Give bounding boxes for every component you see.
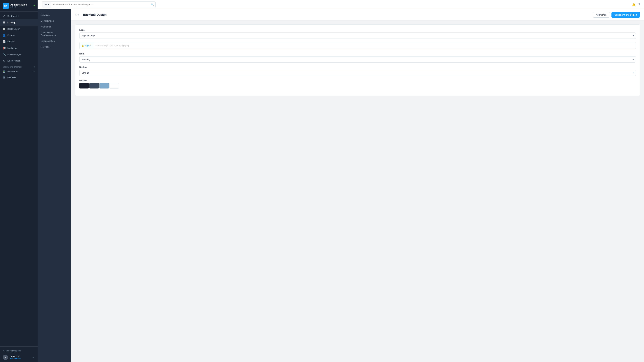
search-scope-label: Alle: [44, 3, 48, 6]
collapse-icon: ◁: [3, 350, 4, 352]
breadcrumb-nav: ‹ ≡: [75, 13, 79, 16]
design-select[interactable]: Style 16: [79, 70, 636, 76]
app-name: Administration: [10, 3, 27, 6]
channels-section-label: Verkaufskanäle ⊕: [0, 64, 38, 69]
color-swatch-1[interactable]: [79, 83, 89, 88]
icon-field-group: Icon Einfarbig ▾: [79, 52, 636, 62]
headless-icon: 🖥: [3, 76, 5, 79]
main-area: Alle ▾ 🔍 🔔 ? Produkte Bewertungen Katego…: [38, 0, 644, 362]
search-icon[interactable]: 🔍: [149, 3, 156, 6]
url-prefix-label: 🔒 https://: [80, 42, 94, 49]
topbar-actions: 🔔 ?: [632, 3, 640, 6]
erweiterungen-icon: 🔧: [3, 53, 6, 56]
sidebar: 108 Administration 6.6.4.0 ⊙ Dashboard ☰…: [0, 0, 38, 362]
sidebar-item-label: Marketing: [8, 47, 17, 49]
colors-label: Farben: [79, 79, 636, 82]
submenu-item-kategorien[interactable]: Kategorien: [38, 24, 71, 30]
sidebar-item-demoshop[interactable]: 🏪 DemoShop 👁: [0, 69, 38, 74]
header-actions: Abbrechen Speichern und setzen: [593, 12, 640, 17]
page-header: ‹ ≡ Backend Design Abbrechen Speichern u…: [71, 9, 644, 20]
sidebar-item-inhalte[interactable]: 📄 Inhalte: [0, 38, 38, 45]
save-button[interactable]: Speichern und setzen: [612, 12, 640, 17]
sidebar-item-headless[interactable]: 🖥 Headless: [0, 74, 38, 80]
sidebar-item-label: Einstellungen: [8, 59, 20, 62]
submenu-item-produkte[interactable]: Produkte: [38, 12, 71, 18]
demoshop-icon: 🏪: [3, 70, 5, 73]
sidebar-item-bestellungen[interactable]: 📋 Bestellungen: [0, 26, 38, 32]
menu-icon[interactable]: ≡: [78, 13, 79, 16]
lock-icon: 🔒: [82, 44, 84, 47]
scope-chevron-icon: ▾: [48, 4, 49, 5]
sidebar-item-kataloge[interactable]: ☰ Kataloge: [0, 19, 38, 26]
user-name: Code 108: [10, 355, 21, 358]
search-scope-selector[interactable]: Alle ▾: [42, 2, 51, 8]
page-title: Backend Design: [83, 13, 590, 16]
dashboard-icon: ⊙: [3, 14, 6, 17]
color-swatch-2[interactable]: [90, 83, 99, 88]
url-input[interactable]: [94, 42, 636, 49]
url-input-wrapper: 🔒 https://: [79, 42, 636, 49]
kunden-icon: 👤: [3, 34, 6, 37]
sidebar-item-label: Bestellungen: [8, 28, 20, 30]
back-button[interactable]: ‹: [75, 13, 76, 16]
logo-label: Logo: [79, 29, 636, 31]
inhalte-icon: 📄: [3, 40, 6, 43]
kataloge-icon: ☰: [3, 21, 6, 24]
help-icon[interactable]: ?: [638, 3, 640, 6]
sidebar-item-einstellungen[interactable]: ⚙ Einstellungen: [0, 57, 38, 64]
search-bar: Alle ▾ 🔍: [42, 1, 156, 8]
color-swatch-3[interactable]: [100, 83, 109, 88]
add-channel-icon[interactable]: ⊕: [33, 66, 35, 68]
channel-label: Headless: [7, 76, 16, 79]
demoshop-eye-icon[interactable]: 👁: [33, 70, 35, 73]
sidebar-item-erweiterungen[interactable]: 🔧 Erweiterungen: [0, 51, 38, 57]
topbar: Alle ▾ 🔍 🔔 ?: [38, 0, 644, 9]
main-nav: ⊙ Dashboard ☰ Kataloge 📋 Bestellungen 👤 …: [0, 11, 38, 347]
submenu-item-eigenschaften[interactable]: Eigenschaften: [38, 38, 71, 44]
sidebar-footer: ◁ Menü einklappen A Code 108 Administrat…: [0, 347, 38, 362]
design-label: Design: [79, 66, 636, 68]
user-menu-chevron-icon[interactable]: ▲: [33, 356, 35, 359]
color-swatch-4[interactable]: [110, 83, 119, 88]
content-area: Produkte Bewertungen Kategorien Dynamisc…: [38, 9, 644, 362]
marketing-icon: 📢: [3, 46, 6, 49]
collapse-menu-button[interactable]: ◁ Menü einklappen: [3, 349, 35, 353]
search-input[interactable]: [51, 2, 149, 8]
bestellungen-icon: 📋: [3, 27, 6, 30]
sidebar-item-label: Inhalte: [8, 40, 14, 43]
sidebar-item-kunden[interactable]: 👤 Kunden: [0, 32, 38, 38]
color-swatches: [79, 83, 636, 88]
submenu-item-bewertungen[interactable]: Bewertungen: [38, 18, 71, 24]
icon-select[interactable]: Einfarbig: [79, 56, 636, 62]
submenu-item-dynamische-produktgruppen[interactable]: Dynamische Produktgruppen: [38, 30, 71, 38]
design-field-group: Design Style 16 ▾: [79, 66, 636, 76]
app-logo: 108: [3, 3, 9, 9]
logo-select[interactable]: Eigenes Logo: [79, 32, 636, 39]
sidebar-item-label: Dashboard: [8, 15, 18, 17]
submenu: Produkte Bewertungen Kategorien Dynamisc…: [38, 9, 71, 362]
icon-label: Icon: [79, 52, 636, 55]
einstellungen-icon: ⚙: [3, 59, 6, 62]
design-form-card: Logo Eigenes Logo ▾ 🔒 https://: [75, 24, 640, 96]
sidebar-item-dashboard[interactable]: ⊙ Dashboard: [0, 13, 38, 19]
logo-field-group: Logo Eigenes Logo ▾: [79, 29, 636, 39]
colors-field-group: Farben: [79, 79, 636, 88]
user-role: Administrator: [10, 358, 21, 360]
channel-label: DemoShop: [7, 70, 18, 73]
sidebar-item-label: Kunden: [8, 34, 15, 36]
submenu-item-hersteller[interactable]: Hersteller: [38, 44, 71, 50]
app-version: 6.6.4.0: [10, 6, 27, 8]
collapse-label: Menü einklappen: [6, 350, 21, 352]
sidebar-header: 108 Administration 6.6.4.0: [0, 0, 38, 11]
url-field-group: 🔒 https://: [79, 42, 636, 49]
online-indicator: [34, 5, 35, 6]
page-content: ‹ ≡ Backend Design Abbrechen Speichern u…: [71, 9, 644, 362]
icon-select-wrapper: Einfarbig ▾: [79, 56, 636, 62]
logo-select-wrapper: Eigenes Logo ▾: [79, 32, 636, 39]
cancel-button[interactable]: Abbrechen: [593, 12, 610, 17]
sidebar-item-label: Erweiterungen: [8, 53, 22, 56]
avatar: A: [3, 355, 8, 360]
notifications-icon[interactable]: 🔔: [632, 3, 636, 6]
sidebar-item-label: Kataloge: [8, 21, 16, 24]
sidebar-item-marketing[interactable]: 📢 Marketing: [0, 45, 38, 51]
